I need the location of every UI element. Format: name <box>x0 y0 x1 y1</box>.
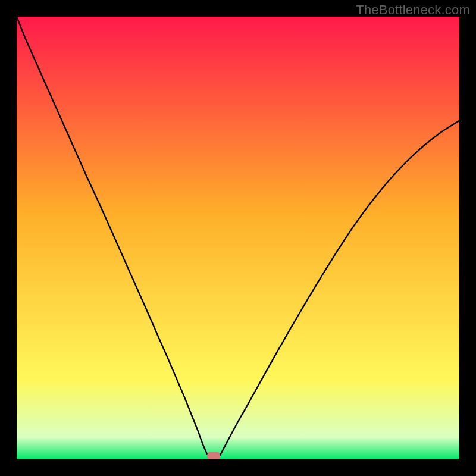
chart-frame: TheBottleneck.com <box>0 0 476 476</box>
gradient-background <box>17 17 459 459</box>
watermark-text: TheBottleneck.com <box>356 2 470 18</box>
plot-svg <box>17 17 459 459</box>
plot-area <box>17 17 459 459</box>
optimal-marker <box>207 452 220 459</box>
